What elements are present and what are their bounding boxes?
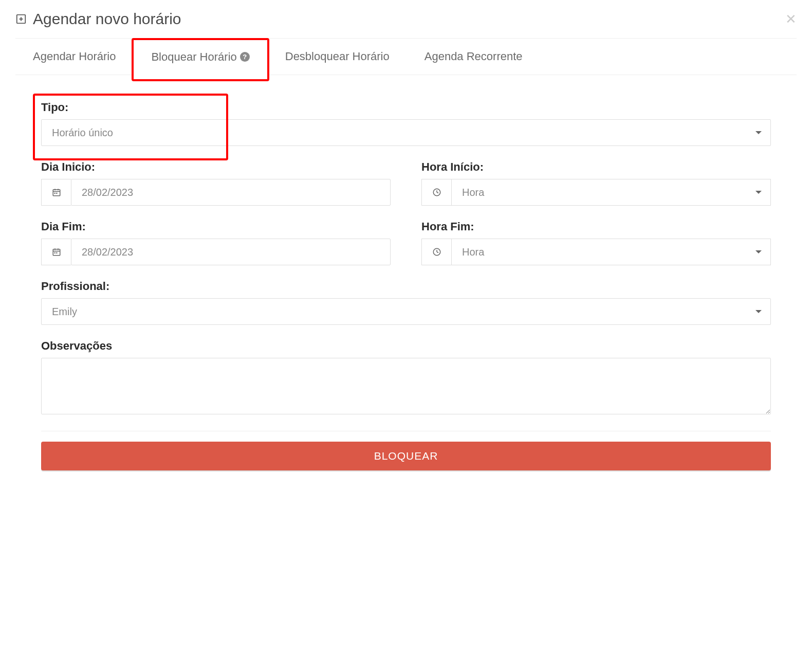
svg-line-20 [437,252,438,253]
profissional-label: Profissional: [41,280,771,293]
svg-rect-8 [56,193,57,194]
plus-square-icon [15,13,27,25]
observacoes-label: Observações [41,339,771,353]
dia-inicio-input[interactable] [71,179,391,206]
calendar-icon [41,179,71,206]
tab-label: Agendar Horário [33,50,116,63]
observacoes-textarea[interactable] [41,358,771,414]
svg-rect-16 [54,252,55,253]
divider [41,431,771,431]
clock-icon [421,239,451,265]
tab-agendar-horario[interactable]: Agendar Horário [15,39,133,75]
hora-inicio-label: Hora Início: [421,160,771,174]
tab-label: Agenda Recorrente [425,50,523,63]
button-label: BLOQUEAR [374,450,438,462]
tab-agenda-recorrente[interactable]: Agenda Recorrente [407,39,540,75]
dia-fim-input[interactable] [71,239,391,265]
bloquear-button[interactable]: BLOQUEAR [41,442,771,470]
hora-fim-label: Hora Fim: [421,220,771,233]
close-button[interactable]: ✕ [785,12,797,26]
profissional-select[interactable]: Emily [41,298,771,325]
close-icon: ✕ [785,11,797,27]
tabs-nav: Agendar Horário Bloquear Horário ? Desbl… [15,38,797,75]
tab-desbloquear-horario[interactable]: Desbloquear Horário [268,39,407,75]
calendar-icon [41,239,71,265]
svg-rect-17 [56,252,57,253]
modal-title-text: Agendar novo horário [33,10,181,28]
clock-icon [421,179,451,206]
hora-fim-select[interactable]: Hora [451,239,771,265]
modal-title: Agendar novo horário [15,10,181,28]
tab-label: Bloquear Horário [151,50,236,64]
dia-fim-label: Dia Fim: [41,220,391,233]
help-icon[interactable]: ? [240,52,250,62]
tipo-label: Tipo: [41,101,771,114]
hora-inicio-select[interactable]: Hora [451,179,771,206]
dia-inicio-label: Dia Inicio: [41,160,391,174]
tipo-select[interactable]: Horário único [41,119,771,146]
tab-label: Desbloquear Horário [285,50,390,63]
svg-line-11 [437,192,438,193]
tab-bloquear-horario[interactable]: Bloquear Horário ? [133,39,267,75]
svg-rect-7 [54,193,55,194]
